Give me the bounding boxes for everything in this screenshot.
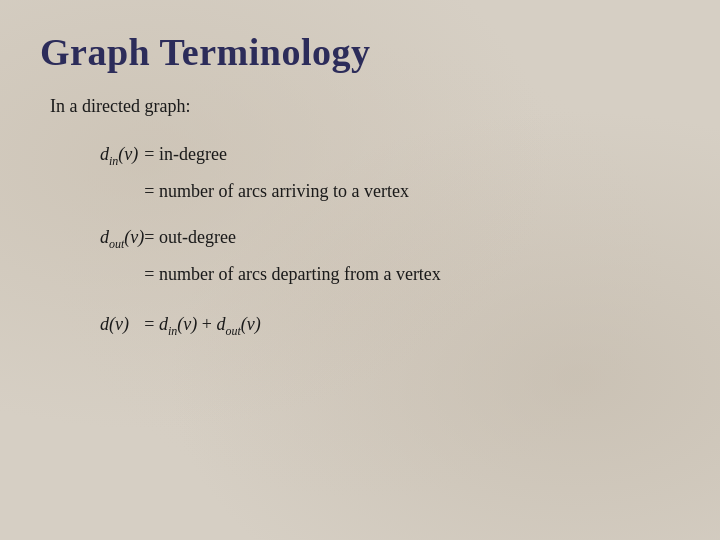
def-dout-line2: = number of arcs departing from a vertex — [144, 259, 441, 291]
table-row: dout(v) = out-degree — [100, 222, 441, 255]
slide-intro: In a directed graph: — [50, 96, 680, 117]
term-dv: d(v) — [100, 305, 144, 342]
table-row: = number of arcs departing from a vertex — [100, 259, 441, 291]
term-dout-empty — [100, 259, 144, 291]
def-dout-line1: = out-degree — [144, 222, 441, 255]
slide-container: Graph Terminology In a directed graph: d… — [0, 0, 720, 540]
def-din-line2: = number of arcs arriving to a vertex — [144, 176, 441, 208]
def-dv: = din(v) + dout(v) — [144, 305, 441, 342]
table-row: d(v) = din(v) + dout(v) — [100, 305, 441, 342]
slide-title: Graph Terminology — [40, 30, 680, 74]
term-din: din(v) — [100, 139, 144, 172]
term-din-empty — [100, 176, 144, 208]
definitions-table: din(v) = in-degree = number of arcs arri… — [100, 135, 441, 346]
spacer — [100, 295, 441, 301]
def-din-line1: = in-degree — [144, 139, 441, 172]
table-row: din(v) = in-degree — [100, 139, 441, 172]
spacer — [100, 212, 441, 218]
term-dout: dout(v) — [100, 222, 144, 255]
table-row: = number of arcs arriving to a vertex — [100, 176, 441, 208]
